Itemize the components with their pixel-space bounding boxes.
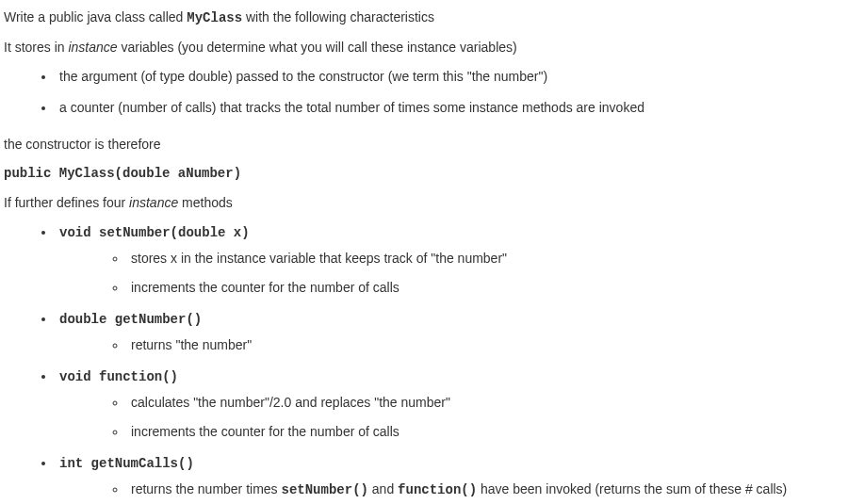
method-signature: double getNumber() bbox=[59, 312, 202, 327]
methods-list: void setNumber(double x) stores x in the… bbox=[56, 222, 860, 500]
list-item: a counter (number of calls) that tracks … bbox=[56, 98, 860, 118]
inline-code: setNumber() bbox=[282, 482, 368, 497]
text: and bbox=[368, 481, 398, 496]
list-item: calculates "the number"/2.0 and replaces… bbox=[127, 393, 860, 413]
storage-list: the argument (of type double) passed to … bbox=[56, 67, 860, 118]
emphasis: instance bbox=[68, 40, 117, 55]
text: If further defines four bbox=[4, 195, 129, 210]
method-details: returns "the number" bbox=[127, 335, 860, 355]
constructor-signature: public MyClass(double aNumber) bbox=[4, 164, 860, 184]
method-details: stores x in the instance variable that k… bbox=[127, 249, 860, 298]
text: It stores in bbox=[4, 40, 68, 55]
intro-line-1: Write a public java class called MyClass… bbox=[4, 8, 860, 28]
list-item: increments the counter for the number of… bbox=[127, 422, 860, 442]
class-name-code: MyClass bbox=[187, 10, 242, 25]
text: with the following characteristics bbox=[242, 9, 434, 24]
text: variables (you determine what you will c… bbox=[118, 40, 517, 55]
list-item: returns "the number" bbox=[127, 335, 860, 355]
text: returns the number times bbox=[131, 481, 282, 496]
list-item: increments the counter for the number of… bbox=[127, 278, 860, 298]
method-item: void function() calculates "the number"/… bbox=[56, 366, 860, 442]
text: have been invoked (returns the sum of th… bbox=[477, 481, 787, 496]
method-item: double getNumber() returns "the number" bbox=[56, 309, 860, 355]
text: methods bbox=[178, 195, 233, 210]
method-signature: int getNumCalls() bbox=[59, 456, 194, 471]
method-item: void setNumber(double x) stores x in the… bbox=[56, 222, 860, 298]
list-item: stores x in the instance variable that k… bbox=[127, 249, 860, 268]
method-signature: void setNumber(double x) bbox=[59, 225, 250, 240]
intro-line-2: It stores in instance variables (you det… bbox=[4, 38, 860, 57]
method-signature: void function() bbox=[59, 369, 178, 384]
method-details: calculates "the number"/2.0 and replaces… bbox=[127, 393, 860, 442]
inline-code: function() bbox=[398, 482, 477, 497]
list-item: the argument (of type double) passed to … bbox=[56, 67, 860, 87]
methods-intro: If further defines four instance methods bbox=[4, 193, 860, 213]
method-item: int getNumCalls() returns the number tim… bbox=[56, 453, 860, 500]
constructor-lead: the constructor is therefore bbox=[4, 135, 860, 154]
method-details: returns the number times setNumber() and… bbox=[127, 480, 860, 500]
emphasis: instance bbox=[129, 195, 178, 210]
text: Write a public java class called bbox=[4, 9, 187, 24]
list-item: returns the number times setNumber() and… bbox=[127, 480, 860, 500]
